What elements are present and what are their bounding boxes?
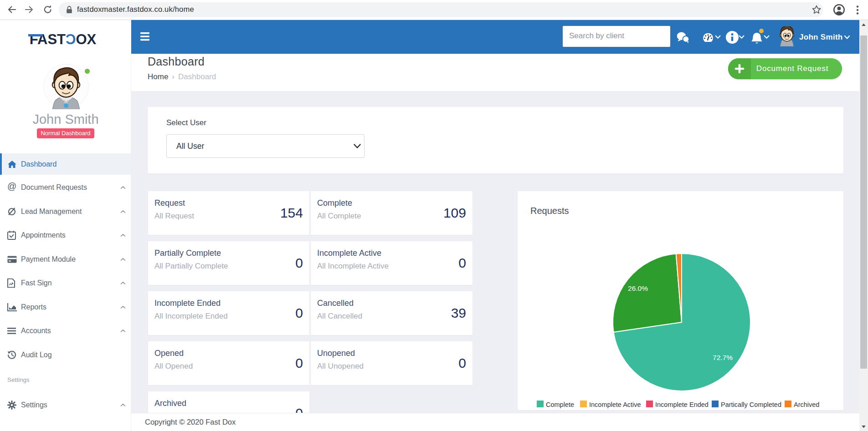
svg-text:72.7%: 72.7% (713, 354, 733, 361)
svg-text:26.0%: 26.0% (628, 284, 648, 292)
